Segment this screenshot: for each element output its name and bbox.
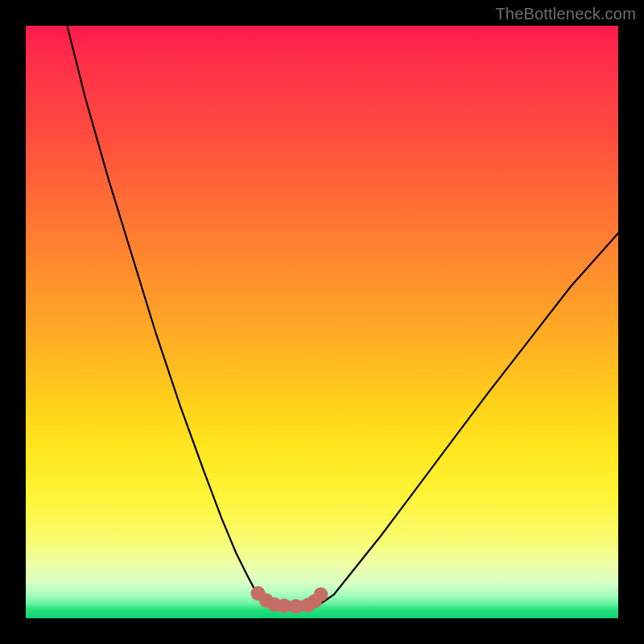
watermark-text: TheBottleneck.com	[495, 5, 636, 23]
plot-area	[26, 26, 618, 618]
curve-layer	[26, 26, 618, 618]
highlighted-points	[251, 586, 328, 613]
marker-dot	[314, 588, 328, 602]
bottleneck-curve	[68, 26, 619, 606]
bottleneck-curve-path	[68, 26, 619, 606]
chart-frame: TheBottleneck.com	[0, 0, 644, 644]
